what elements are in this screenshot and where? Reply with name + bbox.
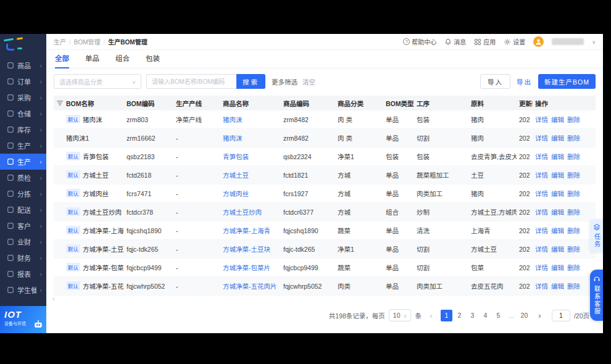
delete-link[interactable]: 删除 xyxy=(567,190,580,197)
breadcrumb-item[interactable]: 生产BOM管理 xyxy=(108,37,147,46)
cell-product-name-link[interactable]: 猪肉沫 xyxy=(220,133,281,143)
sidebar-item[interactable]: 生产 xyxy=(0,154,46,170)
detail-link[interactable]: 详情 xyxy=(535,227,548,234)
sidebar-item[interactable]: 学生餐 xyxy=(0,282,46,298)
sidebar-item[interactable]: 采购 xyxy=(0,89,46,105)
delete-link[interactable]: 删除 xyxy=(567,209,580,216)
table-row[interactable]: 默认猪肉沫1 zrm16662 - 猪肉沫 zrm8482 肉 类 单品 切割 … xyxy=(54,129,596,147)
cell-product-name-link[interactable]: 方城净菜-土豆块 xyxy=(220,244,281,254)
prev-page-button[interactable] xyxy=(425,310,437,321)
page-button[interactable]: 3 xyxy=(467,310,478,321)
page-jump-input[interactable] xyxy=(552,310,570,321)
detail-link[interactable]: 详情 xyxy=(535,172,548,179)
table-row[interactable]: 默认方城净菜-五花肉片 fqjcwhrp5052 - 方城净菜-五花肉片 fqj… xyxy=(54,277,596,296)
detail-link[interactable]: 详情 xyxy=(535,153,548,160)
table-row[interactable]: 默认青笋包装 qsbz2183 - 青笋包装 qsbz2324 净菜1 包装 包… xyxy=(54,147,596,166)
page-button[interactable]: 20 xyxy=(518,310,530,321)
tab[interactable]: 包装 xyxy=(146,53,160,68)
edit-link[interactable]: 编辑 xyxy=(551,153,564,160)
table-row[interactable]: 默认方城土豆 fctd2618 - 方城土豆 fctd1821 方城 单品 蔬菜… xyxy=(54,166,596,184)
sidebar-item[interactable]: 仓储 xyxy=(0,105,46,122)
scroll-left-icon[interactable] xyxy=(46,296,603,304)
filter-sort-icon[interactable] xyxy=(56,99,64,107)
search-button[interactable]: 搜索 xyxy=(236,74,265,89)
cell-product-name-link[interactable]: 方城土豆炒肉 xyxy=(220,207,281,217)
detail-link[interactable]: 详情 xyxy=(535,190,548,197)
table-row[interactable]: 默认方城净菜-土豆块 fqjc-tdk265 - 方城净菜-土豆块 fqjc-t… xyxy=(54,240,596,259)
sidebar-item[interactable]: 客户 xyxy=(0,218,46,234)
iot-widget[interactable]: IOT 设备与环境 xyxy=(0,306,46,333)
page-button[interactable]: ... xyxy=(505,310,517,321)
apps-link[interactable]: 应用 xyxy=(474,37,496,46)
cell-product-name-link[interactable]: 方城净菜-包菜片 xyxy=(220,263,281,272)
page-button[interactable]: 1 xyxy=(441,310,452,321)
detail-link[interactable]: 详情 xyxy=(535,264,548,271)
tab[interactable]: 单品 xyxy=(85,53,99,68)
chevron-down-icon[interactable] xyxy=(592,38,596,45)
edit-link[interactable]: 编辑 xyxy=(551,209,564,216)
tab[interactable]: 组合 xyxy=(115,53,130,68)
more-filters-link[interactable]: 更多筛选 xyxy=(272,77,297,86)
edit-link[interactable]: 编辑 xyxy=(551,134,564,142)
breadcrumb-item[interactable]: 生产 xyxy=(54,37,74,46)
tasks-float-button[interactable]: 任务 xyxy=(590,219,603,252)
sidebar-item[interactable]: 配送 xyxy=(0,202,46,218)
import-button[interactable]: 导入 xyxy=(480,74,510,89)
create-bom-button[interactable]: 新建生产BOM xyxy=(538,74,596,89)
detail-link[interactable]: 详情 xyxy=(535,246,548,253)
edit-link[interactable]: 编辑 xyxy=(551,172,564,179)
page-button[interactable]: 4 xyxy=(480,310,491,321)
category-select[interactable]: 请选择商品分类 xyxy=(54,74,141,89)
cell-product-name-link[interactable]: 方城土豆 xyxy=(220,170,281,180)
support-float-button[interactable]: 联系客服 xyxy=(590,270,603,321)
per-page-select[interactable]: 10 xyxy=(389,309,412,321)
cell-product-name-link[interactable]: 方城净菜-五花肉片 xyxy=(220,281,281,291)
table-row[interactable]: 默认方城土豆炒肉 fctdcr378 - 方城土豆炒肉 fctdcr6377 方… xyxy=(54,203,596,221)
page-button[interactable]: 5 xyxy=(493,310,504,321)
edit-link[interactable]: 编辑 xyxy=(551,190,564,197)
delete-link[interactable]: 删除 xyxy=(567,116,580,123)
sidebar-item[interactable]: 业财 xyxy=(0,234,46,250)
breadcrumb-item[interactable]: BOM管理 xyxy=(74,37,109,46)
page-button[interactable]: 2 xyxy=(454,310,465,321)
messages-link[interactable]: 消息 xyxy=(444,37,466,46)
delete-link[interactable]: 删除 xyxy=(567,264,580,271)
edit-link[interactable]: 编辑 xyxy=(551,283,564,290)
delete-link[interactable]: 删除 xyxy=(567,246,580,253)
avatar[interactable] xyxy=(533,36,544,47)
cell-product-name-link[interactable]: 方城肉丝 xyxy=(220,189,281,198)
sidebar-item[interactable]: 商品 xyxy=(0,57,46,73)
export-button[interactable]: 导出 xyxy=(515,77,533,86)
table-row[interactable]: 默认方城肉丝 fcrs7471 - 方城肉丝 fcrs1927 方城 单品 肉类… xyxy=(54,184,596,203)
cell-product-name-link[interactable]: 猪肉沫 xyxy=(220,115,281,124)
sidebar-item[interactable]: 财务 xyxy=(0,250,46,266)
help-center-link[interactable]: 帮助中心 xyxy=(403,37,436,46)
delete-link[interactable]: 删除 xyxy=(567,172,580,179)
edit-link[interactable]: 编辑 xyxy=(551,264,564,271)
next-page-button[interactable] xyxy=(534,310,546,321)
cell-product-name-link[interactable]: 青笋包装 xyxy=(220,152,281,161)
sidebar-item[interactable]: 生产 xyxy=(0,138,46,154)
delete-link[interactable]: 删除 xyxy=(567,134,580,142)
user-name-blurred[interactable] xyxy=(552,38,584,45)
delete-link[interactable]: 删除 xyxy=(567,227,580,234)
sidebar-item[interactable]: 分拣 xyxy=(0,186,46,202)
delete-link[interactable]: 删除 xyxy=(567,153,580,160)
table-row[interactable]: 默认方城净菜-上海青 fqjcshq1890 - 方城净菜-上海青 fqjcsh… xyxy=(54,221,596,240)
search-input[interactable] xyxy=(146,74,236,89)
sidebar-item[interactable]: 订单 xyxy=(0,73,46,89)
edit-link[interactable]: 编辑 xyxy=(551,116,564,123)
detail-link[interactable]: 详情 xyxy=(535,134,548,142)
sidebar-item[interactable]: 质检 xyxy=(0,170,46,186)
detail-link[interactable]: 详情 xyxy=(535,283,548,290)
settings-link[interactable]: 设置 xyxy=(504,37,525,46)
table-row[interactable]: 默认猪肉沫 zrm803 净菜产线 猪肉沫 zrm8482 肉 类 单品 包装 … xyxy=(54,110,596,129)
edit-link[interactable]: 编辑 xyxy=(551,227,564,234)
edit-link[interactable]: 编辑 xyxy=(551,246,564,253)
table-row[interactable]: 默认方城净菜-包菜片 fqjcbcp9499 - 方城净菜-包菜片 fqjcbc… xyxy=(54,259,596,277)
clear-filters-link[interactable]: 清空 xyxy=(302,77,315,86)
sidebar-item[interactable]: 报表 xyxy=(0,266,46,282)
detail-link[interactable]: 详情 xyxy=(535,116,548,123)
sidebar-item[interactable]: 库存 xyxy=(0,122,46,138)
delete-link[interactable]: 删除 xyxy=(567,283,580,290)
